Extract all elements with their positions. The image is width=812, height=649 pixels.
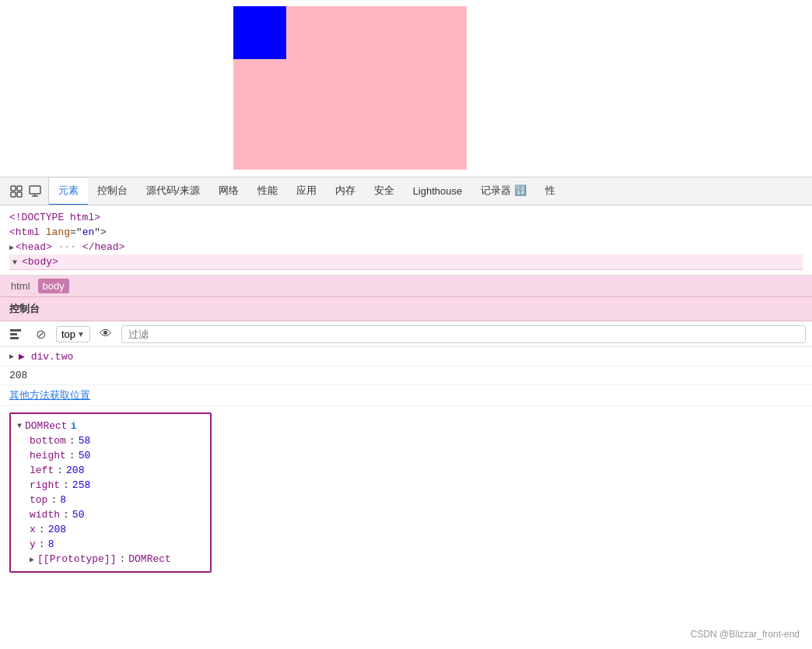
- domrect-prop-right: right : 258: [11, 478, 210, 493]
- breadcrumb-html[interactable]: html: [6, 279, 35, 293]
- filter-input[interactable]: [121, 325, 806, 343]
- svg-rect-4: [30, 186, 40, 194]
- tab-sources[interactable]: 源代码/来源: [137, 178, 209, 205]
- number-208: 208: [9, 370, 27, 381]
- svg-rect-9: [10, 337, 19, 339]
- domrect-prop-x: x : 208: [11, 522, 210, 537]
- console-line-208[interactable]: 208: [0, 367, 812, 385]
- head-line[interactable]: ▶<head> ··· </head>: [9, 240, 803, 254]
- tab-memory[interactable]: 内存: [326, 178, 365, 205]
- body-selected-line[interactable]: ▼ <body>: [9, 254, 803, 270]
- console-line-link[interactable]: 其他方法获取位置: [0, 385, 812, 406]
- svg-rect-2: [11, 192, 16, 197]
- tab-perf2[interactable]: 性: [536, 178, 565, 205]
- devtools-icon-group: [3, 177, 49, 205]
- breadcrumb-body[interactable]: body: [38, 279, 69, 293]
- tab-elements[interactable]: 元素: [49, 178, 88, 205]
- console-output: ▶ ▶ div.two 208 其他方法获取位置 ▼ DOMRect i bot…: [0, 347, 812, 649]
- devtools-panel: 元素 控制台 源代码/来源 网络 性能 应用 内存 安全 Lighthouse …: [0, 177, 812, 649]
- domrect-info-icon[interactable]: i: [71, 420, 77, 432]
- chevron-down-icon: ▼: [77, 330, 85, 339]
- html-panel: <!DOCTYPE html> <html lang="en"> ▶<head>…: [0, 205, 812, 275]
- inspect-icon[interactable]: [28, 184, 42, 198]
- tab-security[interactable]: 安全: [365, 178, 404, 205]
- domrect-object[interactable]: ▼ DOMRect i bottom : 58 height : 50 left…: [9, 412, 212, 573]
- top-context-selector[interactable]: top ▼: [56, 326, 90, 342]
- domrect-expand-icon: ▼: [17, 422, 22, 430]
- cursor-icon[interactable]: [9, 184, 23, 198]
- svg-rect-8: [10, 333, 17, 335]
- blue-box: [233, 6, 286, 59]
- domrect-prop-height: height : 50: [11, 448, 210, 463]
- html-tag-line: <html lang="en">: [9, 225, 803, 240]
- domrect-title: DOMRect: [25, 420, 68, 432]
- domrect-prop-left: left : 208: [11, 463, 210, 478]
- collapse-triangle-icon: ▶: [9, 352, 14, 361]
- clear-console-button[interactable]: ⊘: [31, 324, 50, 343]
- svg-rect-7: [10, 329, 21, 332]
- sidebar-toggle-button[interactable]: [6, 324, 25, 343]
- preview-area: [0, 0, 812, 177]
- doctype-line: <!DOCTYPE html>: [9, 210, 803, 225]
- domrect-header[interactable]: ▼ DOMRect i: [11, 419, 210, 433]
- domrect-prop-bottom: bottom : 58: [11, 433, 210, 448]
- console-line-divtwo[interactable]: ▶ ▶ div.two: [0, 347, 812, 367]
- devtools-tabs-bar: 元素 控制台 源代码/来源 网络 性能 应用 内存 安全 Lighthouse …: [0, 177, 812, 205]
- domrect-prop-width: width : 50: [11, 507, 210, 522]
- tab-performance[interactable]: 性能: [248, 178, 287, 205]
- console-header: 控制台: [0, 297, 812, 321]
- eye-button[interactable]: 👁: [96, 324, 115, 343]
- svg-rect-1: [17, 186, 22, 191]
- svg-rect-0: [11, 186, 16, 191]
- tab-network[interactable]: 网络: [209, 178, 248, 205]
- domrect-prop-y: y : 8: [11, 537, 210, 552]
- prototype-triangle-icon: ▶: [30, 555, 34, 564]
- tab-application[interactable]: 应用: [287, 178, 326, 205]
- tab-console[interactable]: 控制台: [88, 178, 137, 205]
- domrect-prototype-row[interactable]: ▶ [[Prototype]] : DOMRect: [11, 552, 210, 567]
- domrect-prop-top: top : 8: [11, 493, 210, 507]
- breadcrumb-bar: html body: [0, 275, 812, 297]
- other-methods-link[interactable]: 其他方法获取位置: [9, 388, 90, 402]
- tab-lighthouse[interactable]: Lighthouse: [404, 178, 472, 205]
- tab-recorder[interactable]: 记录器 🔢: [471, 178, 536, 205]
- svg-rect-3: [17, 192, 22, 197]
- div-two-text: ▶ div.two: [19, 350, 73, 363]
- console-toolbar: ⊘ top ▼ 👁: [0, 321, 812, 347]
- watermark: CSDN @Blizzar_front-end: [691, 629, 800, 640]
- console-section: 控制台 ⊘ top ▼ 👁 ▶: [0, 297, 812, 649]
